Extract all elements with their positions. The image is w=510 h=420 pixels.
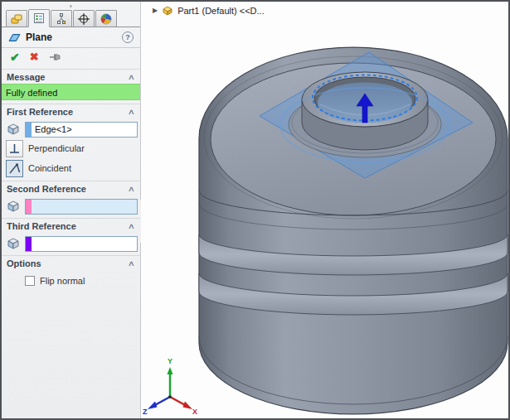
collapse-chevron-icon: ∧ xyxy=(128,259,135,268)
third-reference-selection-field[interactable] xyxy=(25,236,138,252)
panel-grip[interactable] xyxy=(2,2,140,9)
coincident-label: Coincident xyxy=(28,163,71,173)
second-reference-row xyxy=(6,198,140,215)
tree-item-label: Part1 (Default) <<D... xyxy=(177,6,265,16)
reference-cube-icon xyxy=(6,122,21,137)
selection-value: Edge<1> xyxy=(32,123,137,137)
section-header-third-reference[interactable]: Third Reference ∧ xyxy=(2,218,140,233)
selection-value xyxy=(32,237,137,251)
tab-featuremanager[interactable] xyxy=(6,10,27,27)
coincident-icon xyxy=(7,162,22,176)
tab-displaymanager[interactable] xyxy=(95,10,117,27)
solidworks-window: Plane ? ✔ ✖ Message ∧ Fully defined Firs… xyxy=(0,0,510,420)
third-reference-row xyxy=(6,235,140,252)
tree-expand-arrow-icon[interactable]: ▶ xyxy=(153,7,158,14)
featuremanager-tree-icon xyxy=(10,12,23,26)
dimxpertmanager-icon xyxy=(77,12,90,26)
grip-dot-icon xyxy=(70,5,72,7)
section-header-first-reference[interactable]: First Reference ∧ xyxy=(2,104,140,118)
cancel-button[interactable]: ✖ xyxy=(30,51,39,62)
flip-normal-checkbox[interactable] xyxy=(25,276,35,286)
triad-y-label: Y xyxy=(168,357,172,365)
tab-propertymanager[interactable] xyxy=(28,9,50,27)
panel-title: Plane xyxy=(26,31,117,43)
property-manager-panel: Plane ? ✔ ✖ Message ∧ Fully defined Firs… xyxy=(2,2,141,418)
feature-title-row: Plane ? xyxy=(2,27,140,47)
triad-x-label: X xyxy=(192,408,197,416)
tab-dimxpertmanager[interactable] xyxy=(73,10,95,27)
first-reference-row: Edge<1> xyxy=(6,121,140,138)
collapse-chevron-icon: ∧ xyxy=(128,73,135,81)
collapse-chevron-icon: ∧ xyxy=(128,185,135,193)
collapse-chevron-icon: ∧ xyxy=(128,222,135,230)
section-label: Second Reference xyxy=(7,184,86,194)
model-canvas[interactable]: Y X Z xyxy=(141,2,508,418)
section-header-message[interactable]: Message ∧ xyxy=(2,69,140,84)
tab-configurationmanager[interactable] xyxy=(51,10,72,27)
second-reference-selection-field[interactable] xyxy=(25,199,138,215)
selection-color-swatch xyxy=(26,200,32,214)
flyout-tree-item[interactable]: ▶ Part1 (Default) <<D... xyxy=(153,5,265,16)
section-header-second-reference[interactable]: Second Reference ∧ xyxy=(2,181,140,196)
reference-cube-icon xyxy=(6,199,21,214)
perpendicular-button[interactable] xyxy=(6,140,23,157)
section-label: Options xyxy=(7,258,41,268)
section-label: Third Reference xyxy=(7,221,76,231)
manager-tabbar xyxy=(2,9,140,27)
section-header-options[interactable]: Options ∧ xyxy=(2,255,140,270)
perpendicular-label: Perpendicular xyxy=(28,143,85,153)
reference-cube-icon xyxy=(6,236,21,251)
perpendicular-row: Perpendicular xyxy=(6,139,140,157)
section-label: Message xyxy=(7,72,45,82)
propertymanager-icon xyxy=(32,12,46,25)
status-message: Fully defined xyxy=(2,84,140,100)
part-document-icon xyxy=(162,5,173,16)
perpendicular-icon xyxy=(7,142,22,156)
selection-color-swatch xyxy=(26,123,32,137)
collapse-chevron-icon: ∧ xyxy=(128,108,135,116)
pm-action-row: ✔ ✖ xyxy=(2,48,140,65)
orientation-triad: Y X Z xyxy=(143,357,197,416)
plane-feature-icon xyxy=(8,31,21,44)
displaymanager-icon xyxy=(100,12,113,26)
triad-z-label: Z xyxy=(143,408,148,416)
coincident-row: Coincident xyxy=(6,159,140,177)
coincident-button[interactable] xyxy=(6,160,23,177)
flip-normal-label: Flip normal xyxy=(40,276,85,286)
selection-color-swatch xyxy=(26,237,32,251)
section-label: First Reference xyxy=(7,107,73,117)
selection-value xyxy=(32,200,137,214)
keep-visible-pin-icon[interactable] xyxy=(49,51,62,63)
ok-button[interactable]: ✔ xyxy=(10,51,20,63)
configurationmanager-icon xyxy=(55,12,68,26)
help-icon[interactable]: ? xyxy=(122,31,134,43)
first-reference-selection-field[interactable]: Edge<1> xyxy=(25,122,138,138)
graphics-viewport[interactable]: ▶ Part1 (Default) <<D... xyxy=(141,2,508,418)
flip-normal-row: Flip normal xyxy=(25,274,140,287)
